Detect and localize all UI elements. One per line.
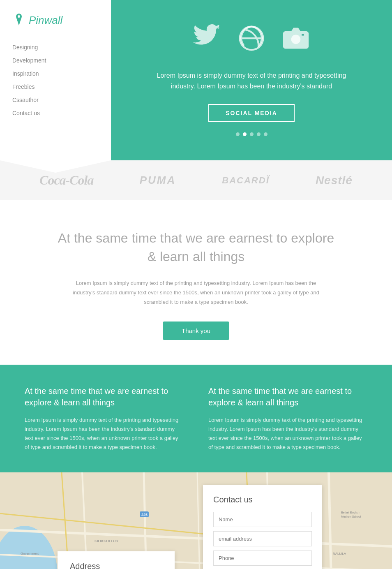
address-title: Address bbox=[70, 562, 162, 569]
nav-contact[interactable]: Contact us bbox=[12, 106, 99, 120]
svg-point-2 bbox=[18, 15, 20, 18]
svg-text:Bethel English: Bethel English bbox=[341, 511, 360, 514]
contact-name-input[interactable] bbox=[213, 512, 312, 527]
logo: Pinwall bbox=[12, 12, 99, 28]
svg-text:Medium School: Medium School bbox=[341, 515, 361, 518]
svg-point-5 bbox=[291, 35, 301, 44]
thank-you-button[interactable]: Thank you bbox=[163, 322, 229, 340]
social-media-button[interactable]: SOCIAL MEDIA bbox=[208, 104, 295, 122]
dot-2[interactable] bbox=[243, 132, 247, 136]
about-section: At the same time that we are earnest to … bbox=[0, 200, 392, 365]
hero-description: Lorem Ipsum is simply dummy text of the … bbox=[153, 70, 350, 91]
main-nav: Designing Development Inspiration Freebi… bbox=[12, 41, 99, 120]
about-description: Lorem Ipsum is simply dummy text of the … bbox=[69, 278, 323, 307]
contact-phone-input[interactable] bbox=[213, 550, 312, 566]
contact-title: Contact us bbox=[213, 495, 312, 504]
camera-icon[interactable] bbox=[282, 24, 310, 58]
info-section: At the same time that we are earnest to … bbox=[0, 365, 392, 472]
hero-content: Lorem Ipsum is simply dummy text of the … bbox=[111, 0, 392, 160]
dot-1[interactable] bbox=[236, 132, 240, 136]
social-icons bbox=[193, 24, 310, 58]
nav-development[interactable]: Development bbox=[12, 54, 99, 67]
svg-text:225: 225 bbox=[141, 513, 148, 517]
dot-3[interactable] bbox=[250, 132, 254, 136]
nav-cssauthor[interactable]: Cssauthor bbox=[12, 93, 99, 106]
nav-designing[interactable]: Designing bbox=[12, 41, 99, 54]
dribbble-icon[interactable] bbox=[238, 24, 265, 58]
logo-text: Pinwall bbox=[29, 14, 62, 27]
map-section: KILIKKOLLUR KOTTAMKARA MAMPUZHA KERALAPU… bbox=[0, 472, 392, 569]
about-title: At the same time that we are earnest to … bbox=[16, 229, 376, 266]
contact-email-input[interactable] bbox=[213, 531, 312, 546]
info-col-1: At the same time that we are earnest to … bbox=[25, 385, 184, 452]
svg-text:Government: Government bbox=[21, 552, 39, 555]
pagination-dots bbox=[236, 132, 267, 136]
address-card: Address Web Design and Development Divis… bbox=[58, 551, 175, 569]
brand-bacardi: BACARDĬ bbox=[222, 175, 269, 186]
dot-4[interactable] bbox=[257, 132, 261, 136]
svg-text:NALLILA: NALLILA bbox=[333, 552, 346, 555]
nav-inspiration[interactable]: Inspiration bbox=[12, 67, 99, 80]
brand-puma: PUMA bbox=[140, 174, 176, 187]
nav-freebies[interactable]: Freebies bbox=[12, 80, 99, 93]
info-col1-body: Lorem Ipsum is simply dummy text of the … bbox=[25, 416, 184, 452]
hero-section: Pinwall Designing Development Inspiratio… bbox=[0, 0, 392, 160]
info-col-2: At the same time that we are earnest to … bbox=[208, 385, 367, 452]
twitter-icon[interactable] bbox=[193, 24, 221, 58]
info-col2-body: Lorem Ipsum is simply dummy text of the … bbox=[208, 416, 367, 452]
sidebar: Pinwall Designing Development Inspiratio… bbox=[0, 0, 111, 160]
brand-cocacola: Coca-Cola bbox=[39, 173, 93, 188]
logo-icon bbox=[12, 12, 25, 28]
info-col2-title: At the same time that we are earnest to … bbox=[208, 385, 367, 408]
dot-5[interactable] bbox=[264, 132, 267, 136]
contact-card: Contact us Submit bbox=[203, 485, 322, 569]
svg-text:KILIKKOLLUR: KILIKKOLLUR bbox=[95, 539, 119, 543]
brand-nestle: Nestlé bbox=[316, 174, 353, 187]
info-col1-title: At the same time that we are earnest to … bbox=[25, 385, 184, 408]
svg-marker-1 bbox=[16, 18, 21, 25]
